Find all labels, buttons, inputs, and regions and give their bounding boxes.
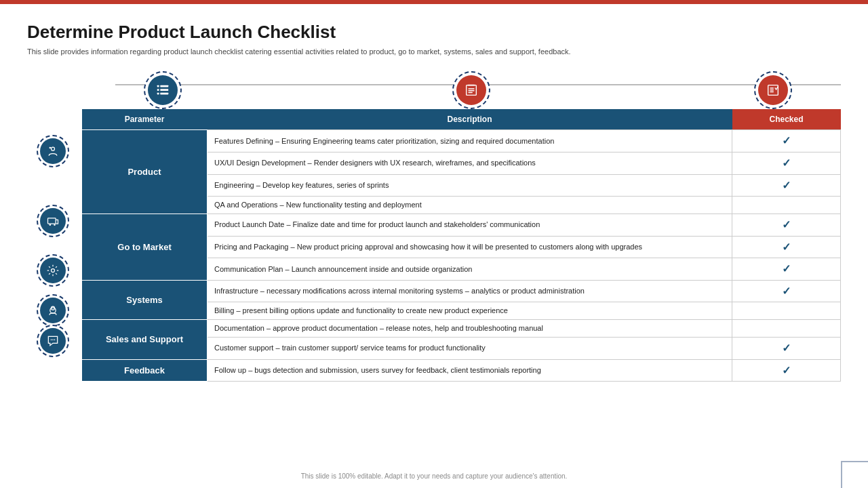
icon-mid-spacer xyxy=(237,71,705,109)
desc-cell: Communication Plan – Launch announcement… xyxy=(208,258,732,281)
checklist-table: Parameter Description Checked ProductFea… xyxy=(81,109,841,382)
gtm-side-icon xyxy=(27,190,78,249)
list-icon xyxy=(148,75,178,105)
check-cell: ✓ xyxy=(732,359,841,382)
svg-rect-9 xyxy=(468,90,474,91)
desc-cell: Infrastructure – necessary modifications… xyxy=(208,280,732,302)
svg-rect-8 xyxy=(468,89,474,89)
desc-cell: Customer support – train customer suppor… xyxy=(208,338,732,360)
svg-point-25 xyxy=(54,340,55,341)
clipboard-icon-circle xyxy=(452,71,490,109)
checked-header: Checked xyxy=(732,109,841,130)
check-cell: ✓ xyxy=(732,236,841,258)
svg-rect-1 xyxy=(160,85,168,87)
svg-rect-3 xyxy=(160,89,168,92)
footer-text: This slide is 100% editable. Adapt it to… xyxy=(0,472,868,480)
param-cell-feedback: Feedback xyxy=(82,359,208,382)
sales-side-icon xyxy=(27,289,78,329)
desc-cell: QA and Operations – New functionality te… xyxy=(208,197,732,214)
clipboard-icon xyxy=(456,75,486,105)
check-cell: ✓ xyxy=(732,258,841,281)
svg-rect-0 xyxy=(157,85,159,87)
desc-cell: Documentation – approve product document… xyxy=(208,320,732,338)
svg-point-19 xyxy=(54,224,56,226)
param-cell-product: Product xyxy=(82,130,208,214)
desc-cell: Follow up – bugs detection and submissio… xyxy=(208,359,732,382)
svg-rect-17 xyxy=(47,218,56,224)
desc-cell: Billing – present billing options update… xyxy=(208,302,732,320)
svg-rect-14 xyxy=(770,92,774,92)
bottom-deco xyxy=(841,461,868,488)
svg-point-16 xyxy=(49,147,51,149)
svg-point-18 xyxy=(49,224,51,226)
svg-rect-10 xyxy=(468,92,472,93)
systems-side-icon xyxy=(27,249,78,289)
param-cell-go-to-market: Go to Market xyxy=(82,214,208,281)
check-cell: ✓ xyxy=(732,280,841,302)
list-icon-circle xyxy=(144,71,182,109)
check-cell: ✓ xyxy=(732,152,841,174)
param-cell-sales-and-support: Sales and Support xyxy=(82,320,208,359)
check-cell: ✓ xyxy=(732,130,841,152)
check-cell xyxy=(732,197,841,214)
table-container: Parameter Description Checked ProductFea… xyxy=(27,109,841,382)
svg-rect-4 xyxy=(157,93,159,95)
svg-rect-12 xyxy=(770,88,774,89)
svg-rect-2 xyxy=(157,89,159,92)
svg-point-20 xyxy=(51,269,54,272)
check-cell: ✓ xyxy=(732,214,841,237)
desc-cell: Pricing and Packaging – New product pric… xyxy=(208,236,732,258)
icon-right-spacer xyxy=(705,71,841,109)
desc-cell: Features Defining – Ensuring Engineering… xyxy=(208,130,732,152)
param-header: Parameter xyxy=(82,109,208,130)
desc-cell: Engineering – Develop key features, seri… xyxy=(208,174,732,197)
checklist-icon xyxy=(758,75,788,105)
desc-cell: Product Launch Date – Finalize date and … xyxy=(208,214,732,237)
check-cell: ✓ xyxy=(732,174,841,197)
check-cell: ✓ xyxy=(732,338,841,360)
top-bar xyxy=(0,0,868,4)
desc-header: Description xyxy=(208,109,732,130)
product-side-icon xyxy=(27,109,78,190)
slide-title: Determine Product Launch Checklist xyxy=(27,22,841,43)
svg-point-22 xyxy=(50,308,55,313)
desc-cell: UX/UI Design Development – Render design… xyxy=(208,152,732,174)
param-cell-systems: Systems xyxy=(82,280,208,319)
check-cell xyxy=(732,302,841,320)
side-icons-column xyxy=(27,109,78,382)
icon-left-spacer xyxy=(88,71,237,109)
svg-point-15 xyxy=(51,148,54,151)
slide-subtitle: This slide provides information regardin… xyxy=(27,47,841,57)
svg-rect-13 xyxy=(770,89,774,90)
svg-point-23 xyxy=(50,340,52,341)
svg-rect-5 xyxy=(160,93,168,95)
feedback-side-icon xyxy=(27,329,78,350)
check-cell xyxy=(732,320,841,338)
svg-point-24 xyxy=(52,340,54,341)
checklist-icon-circle xyxy=(754,71,792,109)
